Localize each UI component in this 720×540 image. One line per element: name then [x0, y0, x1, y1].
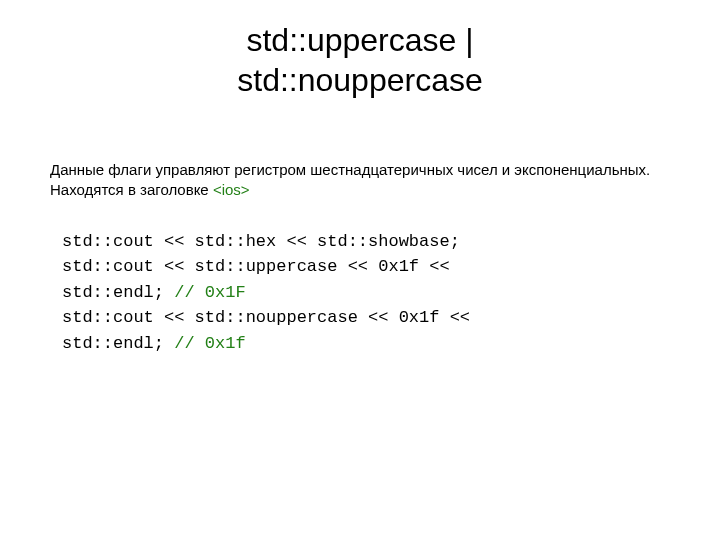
code-comment-2: // 0x1f	[174, 334, 245, 353]
title-line-1: std::uppercase |	[246, 22, 473, 58]
description-line-1: Данные флаги управляют регистром шестнад…	[50, 161, 650, 178]
code-block: std::cout << std::hex << std::showbase; …	[50, 229, 670, 357]
title-line-2: std::nouppercase	[237, 62, 483, 98]
slide: std::uppercase | std::nouppercase Данные…	[0, 0, 720, 540]
description-line-2-prefix: Находятся в заголовке	[50, 181, 213, 198]
description: Данные флаги управляют регистром шестнад…	[50, 160, 670, 201]
code-line-3: std::endl;	[62, 283, 174, 302]
code-line-2: std::cout << std::uppercase << 0x1f <<	[62, 257, 450, 276]
header-name: <ios>	[213, 181, 250, 198]
code-line-4: std::cout << std::nouppercase << 0x1f <<	[62, 308, 470, 327]
page-title: std::uppercase | std::nouppercase	[50, 20, 670, 100]
code-line-1: std::cout << std::hex << std::showbase;	[62, 232, 460, 251]
code-line-5: std::endl;	[62, 334, 174, 353]
code-comment-1: // 0x1F	[174, 283, 245, 302]
